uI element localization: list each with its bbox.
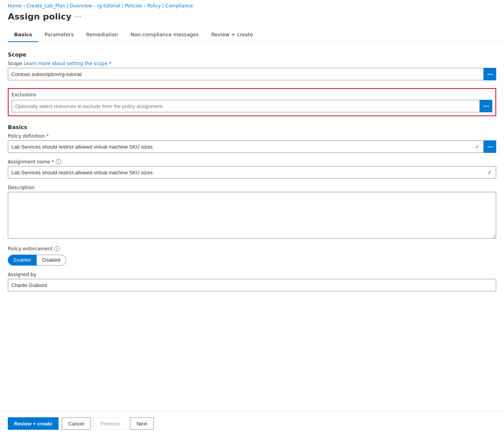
scope-input[interactable]	[8, 68, 484, 80]
scope-field-label: Scope Learn more about setting the scope…	[8, 61, 496, 66]
scope-browse-icon	[488, 74, 493, 75]
scope-required-star: *	[109, 61, 111, 66]
assignment-name-input-row: ✓	[8, 166, 496, 179]
basics-section-title: Basics	[8, 124, 496, 130]
page-header: Assign policy ···	[0, 10, 504, 28]
breadcrumb-lab-plan[interactable]: Create_Lab_Plan | Overview	[27, 3, 92, 9]
scope-section-title: Scope	[8, 51, 496, 58]
policy-enforcement-section: Policy enforcement i Enabled Disabled	[8, 246, 496, 266]
tab-basics[interactable]: Basics	[8, 28, 38, 42]
policy-definition-input-row: ✓	[8, 140, 496, 153]
assignment-name-info-icon: i	[56, 159, 61, 165]
breadcrumb-home[interactable]: Home	[8, 3, 21, 9]
footer-bar: Review + create Cancel Previous Next	[0, 411, 504, 436]
exclusions-input-row	[12, 100, 492, 112]
assigned-by-input[interactable]	[8, 279, 496, 291]
breadcrumb-rg-tutorial[interactable]: rg-tutorial | Policies	[97, 3, 142, 9]
assignment-name-check-icon: ✓	[484, 166, 496, 179]
previous-button: Previous	[94, 417, 127, 430]
scope-field-row	[8, 68, 496, 80]
assignment-name-input[interactable]	[8, 166, 484, 179]
basics-section: Basics Policy definition * ✓	[8, 124, 496, 291]
policy-enforcement-info-icon: i	[54, 246, 60, 252]
tab-parameters[interactable]: Parameters	[38, 28, 80, 42]
exclusions-box: Exclusions	[8, 88, 496, 116]
breadcrumb-policy-compliance[interactable]: Policy | Compliance	[147, 3, 193, 9]
next-button[interactable]: Next	[130, 417, 154, 430]
assigned-by-label: Assigned by	[8, 272, 496, 277]
scope-browse-button[interactable]	[484, 68, 496, 80]
policy-definition-label: Policy definition *	[8, 133, 496, 139]
breadcrumb: Home › Create_Lab_Plan | Overview › rg-t…	[0, 0, 504, 10]
page-title: Assign policy	[8, 12, 71, 21]
exclusions-browse-icon	[484, 106, 489, 107]
description-textarea[interactable]	[8, 192, 496, 239]
assigned-by-group: Assigned by	[8, 272, 496, 291]
policy-definition-group: Policy definition * ✓	[8, 133, 496, 153]
policy-definition-check-icon: ✓	[471, 140, 484, 153]
policy-definition-browse-button[interactable]	[484, 140, 496, 153]
enforcement-enabled-button[interactable]: Enabled	[8, 255, 37, 266]
content-area: Scope Scope Learn more about setting the…	[0, 42, 504, 411]
tab-remediation[interactable]: Remediation	[80, 28, 125, 42]
review-create-button[interactable]: Review + create	[8, 417, 59, 430]
tabs-bar: Basics Parameters Remediation Non-compli…	[0, 28, 504, 42]
scope-learn-more-link[interactable]: Learn more about setting the scope	[24, 61, 108, 66]
exclusions-browse-button[interactable]	[480, 100, 492, 112]
exclusions-label: Exclusions	[12, 92, 492, 97]
description-label: Description	[8, 185, 496, 190]
exclusions-input[interactable]	[12, 100, 480, 112]
scope-section: Scope Scope Learn more about setting the…	[8, 51, 496, 80]
assignment-name-label: Assignment name * i	[8, 159, 496, 165]
tab-review-create[interactable]: Review + create	[205, 28, 259, 42]
policy-enforcement-label: Policy enforcement i	[8, 246, 496, 252]
tab-non-compliance-messages[interactable]: Non-compliance messages	[125, 28, 205, 42]
policy-definition-input[interactable]	[8, 140, 471, 153]
assignment-name-group: Assignment name * i ✓	[8, 159, 496, 179]
description-group: Description	[8, 185, 496, 240]
policy-enforcement-toggle-group: Enabled Disabled	[8, 255, 496, 266]
more-options-button[interactable]: ···	[75, 12, 81, 21]
enforcement-disabled-button[interactable]: Disabled	[37, 255, 66, 266]
cancel-button[interactable]: Cancel	[62, 417, 91, 430]
policy-definition-browse-icon	[488, 146, 493, 147]
